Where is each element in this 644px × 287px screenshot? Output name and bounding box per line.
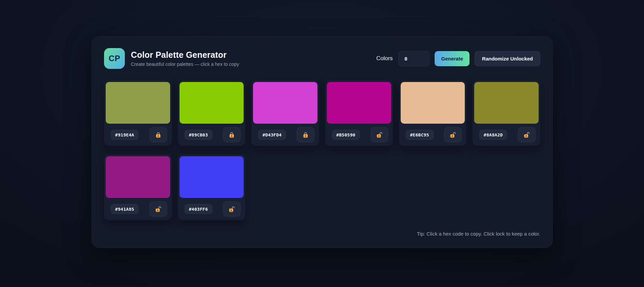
hex-code-chip[interactable]: #B50590 [332,130,360,140]
header-controls: Colors Generate Randomize Unlocked [376,51,540,66]
swatch-color-6[interactable] [474,82,539,124]
lock-closed-icon [228,131,235,138]
lock-toggle-button[interactable] [518,127,536,142]
swatch-footer: #89CB03 [180,124,244,146]
swatch-color-2[interactable] [180,82,244,124]
palette-grid: #919E4A #89CB03 [104,80,540,220]
swatch-color-7[interactable] [106,156,170,198]
hex-code-chip[interactable]: #E6BC95 [406,130,434,140]
swatch-footer: #B50590 [327,124,391,146]
lock-open-icon [228,206,235,213]
lock-open-icon [523,131,530,138]
lock-open-icon [155,206,162,213]
page-title: Color Palette Generator [131,50,376,60]
app-logo: CP [104,48,125,69]
swatch-card-5: #E6BC95 [399,80,467,146]
lock-open-icon [376,131,383,138]
swatch-color-5[interactable] [401,82,465,124]
swatch-card-3: #D43FD4 [251,80,319,146]
swatch-color-1[interactable] [106,82,170,124]
generate-button[interactable]: Generate [435,51,469,66]
lock-toggle-button[interactable] [297,127,314,142]
title-block: Color Palette Generator Create beautiful… [131,50,376,67]
swatch-card-1: #919E4A [104,80,172,146]
swatch-card-4: #B50590 [325,80,393,146]
swatch-color-4[interactable] [327,82,391,124]
lock-open-icon [449,131,456,138]
app-logo-text: CP [109,54,120,63]
swatch-color-8[interactable] [180,156,244,198]
lock-toggle-button[interactable] [370,127,388,142]
lock-toggle-button[interactable] [149,127,167,142]
colors-count-input[interactable] [398,51,430,66]
lock-closed-icon [155,131,162,138]
hex-code-chip[interactable]: #403FF6 [185,204,212,214]
hex-code-chip[interactable]: #D43FD4 [258,130,286,140]
swatch-footer: #E6BC95 [401,124,465,146]
lock-closed-icon [302,131,309,138]
swatch-card-6: #8A8A2D [473,80,540,146]
hex-code-chip[interactable]: #8A8A2D [479,130,507,140]
swatch-card-8: #403FF6 [178,155,246,220]
randomize-unlocked-button[interactable]: Randomize Unlocked [475,51,540,66]
lock-toggle-button[interactable] [149,201,167,217]
swatch-footer: #D43FD4 [253,124,317,146]
colors-count-label: Colors [376,55,393,62]
swatch-card-7: #941A85 [104,155,172,220]
tip-text: Tip: Click a hex code to copy. Click loc… [104,231,540,237]
hex-code-chip[interactable]: #89CB03 [185,130,212,140]
hex-code-chip[interactable]: #941A85 [111,204,139,214]
lock-toggle-button[interactable] [223,127,241,142]
swatch-footer: #941A85 [106,198,170,220]
swatch-footer: #919E4A [106,124,170,146]
lock-toggle-button[interactable] [223,201,241,217]
page-subtitle: Create beautiful color palettes — click … [131,62,376,67]
swatch-card-2: #89CB03 [178,80,246,146]
header: CP Color Palette Generator Create beauti… [104,48,540,69]
swatch-footer: #403FF6 [180,198,244,220]
lock-toggle-button[interactable] [444,127,462,142]
swatch-color-3[interactable] [253,82,317,124]
hex-code-chip[interactable]: #919E4A [111,130,139,140]
swatch-footer: #8A8A2D [474,124,539,146]
app-card: CP Color Palette Generator Create beauti… [92,36,553,248]
